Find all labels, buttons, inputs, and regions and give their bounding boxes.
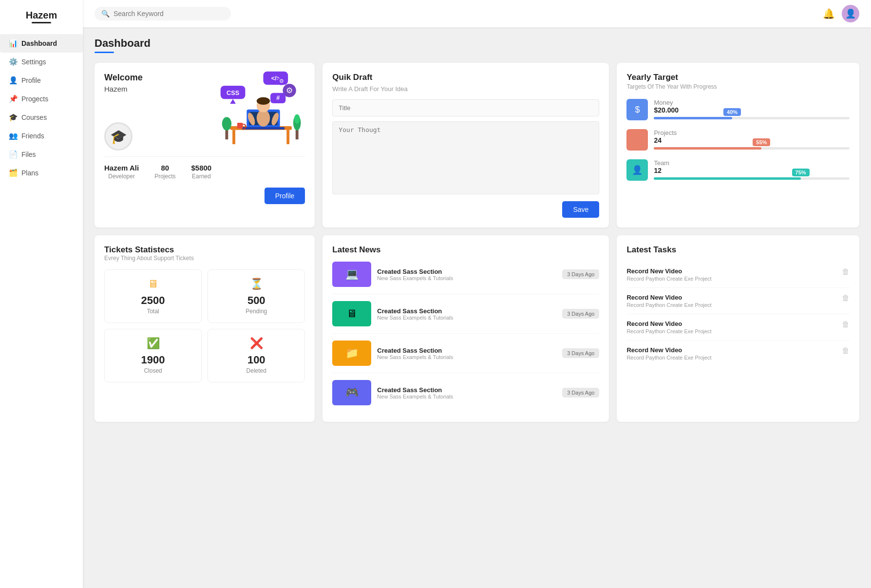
sidebar-logo: Hazem [26, 10, 57, 21]
yearly-item-1: Projects 24 55% [626, 129, 850, 151]
news-name-1: Created Sass Section [377, 307, 556, 315]
header: 🔍 🔔 👤 [83, 0, 871, 27]
news-item-0: 💻 Created Sass Section New Sass Exampels… [332, 262, 599, 294]
news-title: Latest News [332, 245, 599, 255]
sidebar-divider [32, 22, 51, 23]
ticket-icon-3: ❌ [216, 337, 297, 350]
ticket-icon-2: ✅ [113, 337, 193, 350]
sidebar-label-profile: Profile [21, 76, 41, 84]
main-area: 🔍 🔔 👤 Dashboard Welcome Hazem CSS [83, 0, 871, 588]
svg-rect-24 [296, 130, 299, 140]
search-box[interactable]: 🔍 [95, 7, 231, 20]
task-name-3: Record New Video [626, 346, 711, 354]
target-icon-1 [626, 129, 648, 151]
ticket-count-3: 100 [216, 354, 297, 366]
task-name-2: Record New Video [626, 320, 711, 327]
sidebar-item-projects[interactable]: 📌 Progects [0, 90, 83, 108]
task-name-0: Record New Video [626, 267, 711, 275]
sidebar-item-plans[interactable]: 🗂️ Plans [0, 164, 83, 182]
sidebar-label-friends: Friends [21, 132, 44, 140]
stat-name: Hazem Ali Developer [104, 164, 139, 180]
ticket-box-total: 🖥 2500 Total [104, 269, 202, 323]
news-date-3: 3 Days Ago [562, 388, 599, 398]
ticket-type-3: Deleted [216, 367, 297, 374]
plans-icon: 🗂️ [9, 169, 18, 177]
search-input[interactable] [114, 10, 224, 18]
welcome-illustration: CSS </> ⚙ ⚙ # [216, 67, 311, 152]
svg-point-23 [222, 117, 232, 130]
stat-earned-value: $5800 [191, 164, 212, 172]
task-delete-2[interactable]: 🗑 [842, 320, 850, 329]
task-sub-3: Record Paython Create Exe Project [626, 355, 711, 360]
sidebar-nav: 📊 Dashboard⚙️ Settings👤 Profile📌 Progect… [0, 34, 83, 182]
svg-text:#: # [277, 95, 280, 101]
ticket-box-deleted: ❌ 100 Deleted [208, 329, 305, 382]
svg-rect-27 [237, 123, 243, 129]
top-row: Welcome Hazem CSS </> ⚙ [95, 63, 859, 228]
news-sub-3: New Sass Exampels & Tutorials [377, 394, 556, 399]
draft-subtitle: Write A Draft For Your Idea [332, 85, 599, 93]
sidebar-item-files[interactable]: 📄 Files [0, 145, 83, 164]
ticket-count-2: 1900 [113, 354, 193, 366]
draft-textarea[interactable] [332, 121, 599, 194]
target-label-2: Team [654, 159, 850, 167]
progress-fill-1 [654, 147, 761, 150]
task-text-2: Record New Video Record Paython Create E… [626, 320, 711, 334]
settings-icon: ⚙️ [9, 57, 18, 66]
page-title-underline [95, 52, 114, 53]
news-info-3: Created Sass Section New Sass Exampels &… [377, 386, 556, 399]
sidebar-label-dashboard: Dashboard [21, 39, 57, 47]
stat-projects-value: 80 [154, 164, 175, 172]
sidebar-item-settings[interactable]: ⚙️ Settings [0, 53, 83, 71]
task-delete-3[interactable]: 🗑 [842, 346, 850, 355]
task-delete-0[interactable]: 🗑 [842, 267, 850, 276]
bell-icon[interactable]: 🔔 [823, 8, 835, 19]
yearly-subtitle: Targets Of The Year With Progress [626, 83, 850, 90]
profile-icon: 👤 [9, 76, 18, 85]
progress-wrap-1: 55% [654, 147, 850, 150]
stat-role: Developer [104, 173, 139, 180]
sidebar-item-profile[interactable]: 👤 Profile [0, 71, 83, 90]
news-name-2: Created Sass Section [377, 347, 556, 354]
svg-rect-12 [232, 130, 235, 144]
news-thumb-3: 🎮 [332, 380, 371, 405]
progress-badge-0: 40% [723, 108, 741, 116]
task-item-2: Record New Video Record Paython Create E… [626, 314, 850, 341]
task-delete-1[interactable]: 🗑 [842, 294, 850, 303]
target-icon-0: $ [626, 99, 648, 120]
task-sub-0: Record Paython Create Exe Project [626, 276, 711, 282]
ticket-count-1: 500 [216, 294, 297, 307]
news-item-1: 🖥 Created Sass Section New Sass Exampels… [332, 301, 599, 334]
header-right: 🔔 👤 [823, 5, 859, 22]
task-item-1: Record New Video Record Paython Create E… [626, 288, 850, 314]
svg-text:CSS: CSS [227, 90, 239, 96]
latest-tasks-card: Latest Tasks Record New Video Record Pay… [617, 235, 859, 422]
welcome-card: Welcome Hazem CSS </> ⚙ [95, 63, 315, 228]
progress-wrap-2: 75% [654, 177, 850, 180]
task-text-3: Record New Video Record Paython Create E… [626, 346, 711, 360]
svg-point-26 [294, 114, 300, 124]
news-name-0: Created Sass Section [377, 268, 556, 275]
draft-title: Quik Draft [332, 73, 599, 82]
news-name-3: Created Sass Section [377, 386, 556, 394]
news-sub-1: New Sass Exampels & Tutorials [377, 315, 556, 321]
latest-news-card: Latest News 💻 Created Sass Section New S… [322, 235, 609, 422]
sidebar-item-dashboard[interactable]: 📊 Dashboard [0, 34, 83, 53]
avatar[interactable]: 👤 [842, 5, 859, 22]
sidebar-item-friends[interactable]: 👥 Friends [0, 127, 83, 145]
stat-earned: $5800 Earned [191, 164, 212, 180]
save-button[interactable]: Save [562, 201, 599, 218]
svg-text:⚙: ⚙ [286, 86, 293, 95]
sidebar-item-courses[interactable]: 🎓 Courses [0, 108, 83, 127]
friends-icon: 👥 [9, 132, 18, 140]
yearly-item-2: 👤 Team 12 75% [626, 159, 850, 181]
task-item-3: Record New Video Record Paython Create E… [626, 341, 850, 366]
sidebar-label-settings: Settings [21, 58, 46, 66]
profile-button[interactable]: Profile [265, 188, 305, 204]
task-sub-1: Record Paython Create Exe Project [626, 302, 711, 308]
task-name-1: Record New Video [626, 294, 711, 301]
news-info-2: Created Sass Section New Sass Exampels &… [377, 347, 556, 360]
progress-badge-2: 75% [792, 169, 810, 176]
draft-title-input[interactable] [332, 99, 599, 116]
news-info-0: Created Sass Section New Sass Exampels &… [377, 268, 556, 281]
